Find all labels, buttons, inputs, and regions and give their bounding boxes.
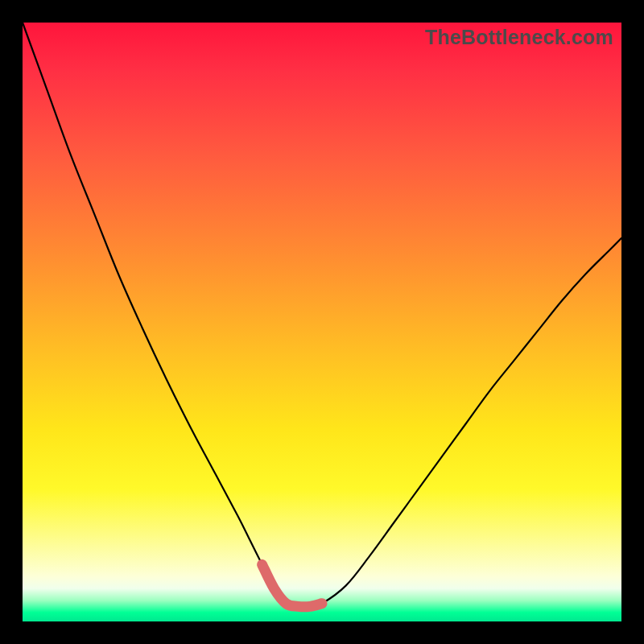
bottleneck-curve-line xyxy=(23,23,621,607)
bottleneck-plot xyxy=(23,23,621,621)
chart-frame: TheBottleneck.com xyxy=(23,23,621,621)
valley-highlight-line xyxy=(262,564,322,607)
